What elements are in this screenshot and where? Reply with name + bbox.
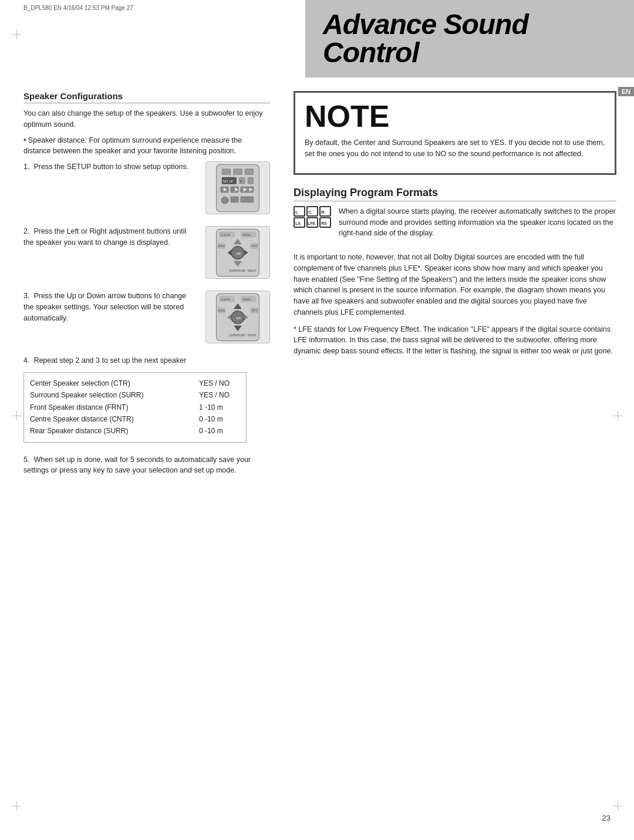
step-2-text: 2. Press the Left or Right adjustment bu…	[23, 227, 186, 247]
left-column: Speaker Configurations You can also chan…	[0, 85, 282, 500]
speaker-icons-display: L C R LS LFE RS	[294, 206, 332, 237]
svg-text:LS: LS	[295, 221, 301, 225]
remote-illustration-3: CLEAR MENU RDN RTV	[205, 291, 270, 343]
svg-text:NIGHT: NIGHT	[248, 334, 257, 337]
main-content: Speaker Configurations You can also chan…	[0, 85, 634, 500]
table-row: Centre Speaker distance (CNTR) 0 -10 m	[30, 413, 240, 425]
svg-text:OK: OK	[236, 251, 242, 255]
step-1: 1. Press the SETUP button to show setup …	[23, 161, 270, 214]
svg-text:R: R	[321, 210, 325, 215]
crosshair-top-left	[12, 29, 21, 39]
remote-illustration-2: CLEAR MENU RDN RTV	[205, 226, 270, 279]
svg-text:SET UP: SET UP	[223, 180, 233, 183]
crosshair-bottom-right	[613, 801, 622, 811]
svg-text:MENU: MENU	[243, 233, 252, 236]
step-3: 3. Press the Up or Down arrow buttons to…	[23, 291, 270, 343]
svg-text:RTV: RTV	[252, 309, 258, 312]
step-1-text: 1. Press the SETUP button to show setup …	[23, 163, 188, 171]
note-title: NOTE	[305, 101, 605, 131]
note-box: NOTE By default, the Center and Surround…	[294, 91, 616, 175]
step-2: 2. Press the Left or Right adjustment bu…	[23, 226, 270, 279]
right-column: NOTE By default, the Center and Surround…	[282, 85, 634, 500]
lfe-note: * LFE stands for Low Frequency Effect. T…	[294, 324, 616, 357]
page-title-bar: Advance Sound Control	[305, 0, 634, 77]
intro-text-2: • Speaker distance: For optimum surround…	[23, 135, 270, 157]
svg-text:NIGHT: NIGHT	[248, 269, 257, 272]
dpf-content: L C R LS LFE RS When a digital source st…	[294, 206, 616, 244]
svg-point-16	[221, 197, 228, 204]
table-row: Front Speaker distance (FRNT) 1 -10 m	[30, 402, 240, 413]
svg-rect-1	[222, 168, 231, 174]
page-title: Advance Sound Control	[323, 11, 616, 67]
dpf-heading: Displaying Program Formats	[294, 187, 616, 201]
dpf-text-2: It is important to note, however, that n…	[294, 252, 616, 318]
dpf-text-1: When a digital source starts playing, th…	[339, 206, 616, 239]
svg-text:SURROUND: SURROUND	[229, 269, 245, 272]
step-5: 5. When set up is done, wait for 5 secon…	[23, 454, 270, 477]
svg-text:OK: OK	[236, 316, 242, 319]
settings-table: Center Speaker selection (CTR) YES / NO …	[23, 372, 247, 443]
intro-text-1: You can also change the setup of the spe…	[23, 108, 270, 130]
step-5-text: 5. When set up is done, wait for 5 secon…	[23, 454, 270, 477]
table-row: Rear Speaker distance (SURR) 0 -10 m	[30, 425, 240, 437]
svg-text:CLEAR: CLEAR	[221, 298, 231, 301]
svg-text:RDN: RDN	[218, 245, 225, 248]
svg-rect-8	[248, 177, 254, 184]
crosshair-bottom-left	[12, 801, 21, 811]
note-text: By default, the Center and Surround Spea…	[305, 137, 605, 160]
svg-text:RTV: RTV	[252, 245, 258, 248]
svg-text:RDN: RDN	[218, 309, 225, 312]
svg-rect-3	[245, 168, 254, 174]
table-row: Center Speaker selection (CTR) YES / NO	[30, 377, 240, 389]
svg-rect-2	[234, 168, 242, 174]
svg-text:CLEAR: CLEAR	[221, 233, 231, 236]
svg-text:LFE: LFE	[308, 221, 316, 225]
svg-text:C: C	[308, 210, 312, 215]
table-row: Surround Speaker selection (SURR) YES / …	[30, 389, 240, 401]
svg-text:SURROUND: SURROUND	[229, 334, 245, 337]
file-reference: B_DPL580 EN 4/16/04 12:53 PM Page 27	[23, 5, 133, 11]
speaker-config-heading: Speaker Configurations	[23, 91, 270, 103]
svg-text:RS: RS	[321, 221, 327, 225]
svg-rect-17	[231, 197, 238, 203]
step-4: 4. Repeat step 2 and 3 to set up the nex…	[23, 355, 270, 443]
svg-text:MENU: MENU	[243, 298, 252, 301]
svg-text:L: L	[295, 210, 298, 215]
step-3-text: 3. Press the Up or Down arrow buttons to…	[23, 292, 186, 322]
page-number: 23	[602, 814, 611, 822]
step-4-text: 4. Repeat step 2 and 3 to set up the nex…	[23, 355, 270, 366]
remote-illustration-1: SET UP 0	[205, 161, 270, 214]
svg-text:II: II	[242, 198, 244, 201]
svg-text:0: 0	[240, 180, 242, 183]
